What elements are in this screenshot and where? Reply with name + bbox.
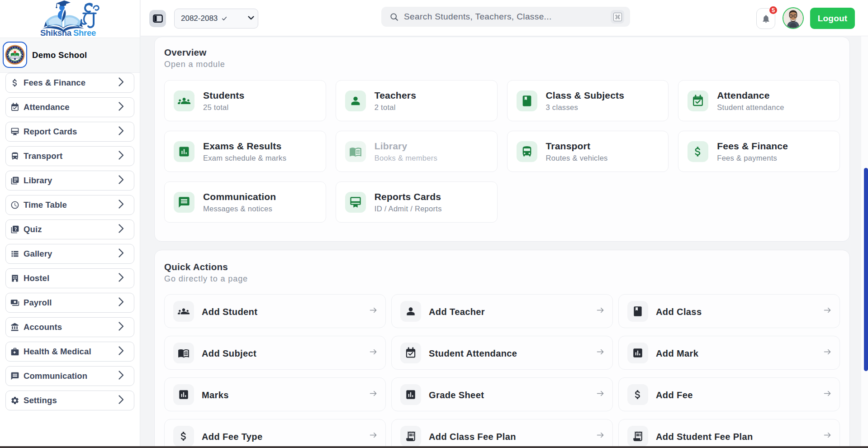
svg-text:Shiksha: Shiksha: [40, 28, 72, 38]
svg-text:Shree: Shree: [73, 28, 96, 38]
